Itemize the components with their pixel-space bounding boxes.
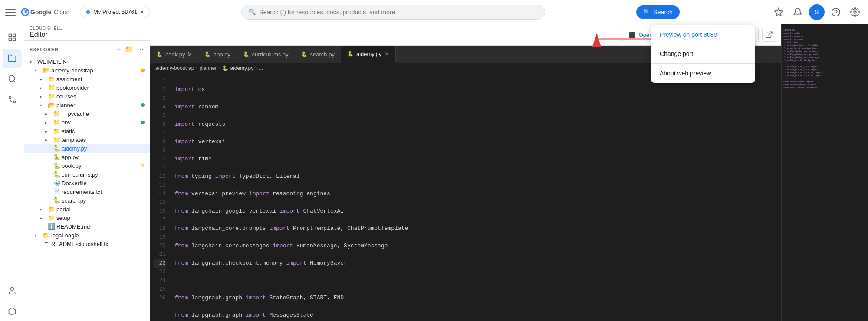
tree-item-requirements-txt[interactable]: ▸ 📄 requirements.txt bbox=[24, 187, 150, 196]
tree-item-templates[interactable]: ▸ 📁 templates bbox=[24, 135, 150, 144]
svg-point-13 bbox=[13, 101, 15, 103]
python-file-icon: 🐍 bbox=[53, 197, 60, 204]
tree-item-static[interactable]: ▸ 📁 static bbox=[24, 127, 150, 135]
tree-item-readme-md[interactable]: ▸ ℹ️ README.md bbox=[24, 222, 150, 231]
python-icon: 🐍 bbox=[156, 51, 163, 57]
python-file-icon: 🐍 bbox=[53, 171, 60, 178]
cloud-shell-label: CLOUD SHELL Editor bbox=[24, 24, 150, 41]
help-icon-button[interactable] bbox=[828, 4, 844, 20]
file-explorer: CLOUD SHELL Editor EXPLORER + 📁 ⋯ ▾ WEIM… bbox=[24, 24, 150, 321]
tree-item-book-py[interactable]: ▸ 🐍 book.py M bbox=[24, 161, 150, 170]
tree-item-env[interactable]: ▸ 📁 env bbox=[24, 118, 150, 127]
sidebar-extensions-button[interactable] bbox=[3, 302, 22, 321]
python-icon: 🐍 bbox=[204, 51, 211, 57]
breadcrumb-part-1: aidemy-boostrap bbox=[155, 65, 194, 71]
modified-indicator: M bbox=[188, 52, 192, 57]
sidebar-search-button[interactable] bbox=[3, 69, 22, 88]
tab-label: curriculums.py bbox=[252, 51, 289, 58]
new-folder-button[interactable]: 📁 bbox=[124, 44, 134, 54]
tab-curriculums-py[interactable]: 🐍 curriculums.py bbox=[237, 46, 295, 63]
tree-item-setup[interactable]: ▸ 📁 setup bbox=[24, 213, 150, 222]
explorer-more-button[interactable]: ⋯ bbox=[136, 44, 145, 54]
topbar-right: S bbox=[771, 4, 863, 20]
modified-badge-green bbox=[141, 103, 145, 107]
breadcrumb-part-2: planner bbox=[199, 65, 217, 71]
mini-preview: import os import random import requests … bbox=[781, 24, 868, 321]
sidebar-explorer-button[interactable] bbox=[3, 49, 22, 68]
explorer-title: EXPLORER bbox=[30, 47, 59, 52]
svg-marker-3 bbox=[775, 8, 783, 15]
folder-icon: 📁 bbox=[53, 136, 60, 143]
code-lines[interactable]: import os import random import requests … bbox=[171, 73, 781, 321]
tree-item-bookprovider[interactable]: ▸ 📁 bookprovider bbox=[24, 83, 150, 92]
settings-icon-button[interactable] bbox=[847, 4, 863, 20]
tree-item-assigment[interactable]: ▸ 📁 assigment bbox=[24, 75, 150, 83]
env-badge bbox=[141, 121, 145, 124]
tab-book-py[interactable]: 🐍 book.py M bbox=[150, 46, 198, 63]
open-new-window-button[interactable] bbox=[762, 28, 776, 42]
tree-item-pycache[interactable]: ▸ 📁 __pycache__ bbox=[24, 109, 150, 118]
notifications-icon-button[interactable] bbox=[790, 4, 806, 20]
dropdown-menu: Preview on port 8080 Change port About w… bbox=[651, 25, 755, 83]
svg-line-21 bbox=[769, 32, 772, 35]
folder-icon: 📂 bbox=[43, 67, 49, 74]
tab-label: book.py bbox=[165, 51, 185, 58]
folder-icon: 📁 bbox=[53, 128, 60, 134]
info-icon: ℹ️ bbox=[48, 223, 55, 230]
search-button[interactable]: 🔍 Search bbox=[636, 5, 679, 19]
hamburger-menu[interactable] bbox=[5, 7, 16, 17]
dropdown-item-preview-port[interactable]: Preview on port 8080 bbox=[651, 25, 755, 44]
tree-root: ▾ WEIMEILIN ▾ 📂 aidemy-boostrap ▸ 📁 assi… bbox=[24, 58, 150, 252]
python-file-icon: 🐍 bbox=[53, 162, 60, 169]
topbar: Google Cloud My Project 58761 ▾ 🔍 🔍 Sear… bbox=[0, 0, 868, 24]
tree-item-planner[interactable]: ▾ 📂 planner bbox=[24, 101, 150, 109]
sidebar-user-button[interactable] bbox=[3, 281, 22, 300]
svg-point-6 bbox=[854, 11, 856, 13]
folder-icon: 📁 bbox=[48, 93, 55, 100]
tree-item-curriculums-py[interactable]: ▸ 🐍 curriculums.py bbox=[24, 170, 150, 179]
tab-label: app.py bbox=[214, 51, 230, 58]
content-area: CLOUD SHELL Editor EXPLORER + 📁 ⋯ ▾ WEIM… bbox=[0, 24, 868, 321]
tree-item-legal-eagle[interactable]: ▸ 📁 legal-eagle bbox=[24, 231, 150, 239]
folder-icon: 📁 bbox=[48, 206, 55, 213]
text-file-icon: 📄 bbox=[53, 188, 60, 195]
tab-label: search.py bbox=[310, 51, 335, 58]
tree-item-aidemy-py[interactable]: ▸ 🐍 aidemy.py bbox=[24, 144, 150, 153]
tab-label: aidemy.py bbox=[356, 51, 381, 57]
svg-rect-8 bbox=[13, 34, 15, 37]
sidebar-files-button[interactable] bbox=[3, 28, 22, 47]
tree-root-label[interactable]: ▾ WEIMEILIN bbox=[24, 58, 150, 66]
new-file-button[interactable]: + bbox=[116, 44, 122, 54]
tree-item-search-py[interactable]: ▸ 🐍 search.py bbox=[24, 196, 150, 205]
folder-icon: 📁 bbox=[48, 214, 55, 221]
python-file-icon: 🐍 bbox=[53, 145, 60, 152]
cloud-shell-text: CLOUD SHELL bbox=[30, 26, 145, 31]
tab-close-button[interactable]: × bbox=[384, 50, 389, 57]
tab-search-py[interactable]: 🐍 search.py bbox=[295, 46, 341, 63]
dropdown-item-change-port[interactable]: Change port bbox=[651, 44, 755, 63]
dropdown-item-about-web-preview[interactable]: About web preview bbox=[651, 64, 755, 83]
tree-item-readme-cloudshell[interactable]: ▸ ≡ README-cloudshell.txt bbox=[24, 239, 150, 248]
tree-item-app-py[interactable]: ▸ 🐍 app.py bbox=[24, 153, 150, 161]
python-file-icon: 🐍 bbox=[53, 154, 60, 160]
tree-item-dockerfile[interactable]: ▸ 🐳 Dockerfile bbox=[24, 179, 150, 187]
tab-app-py[interactable]: 🐍 app.py bbox=[198, 46, 237, 63]
star-icon-button[interactable] bbox=[771, 4, 786, 20]
python-icon: 🐍 bbox=[301, 51, 308, 57]
search-input[interactable] bbox=[259, 9, 538, 16]
search-bar: 🔍 bbox=[241, 5, 545, 20]
tree-item-aidemy-boostrap[interactable]: ▾ 📂 aidemy-boostrap bbox=[24, 66, 150, 75]
svg-rect-10 bbox=[9, 38, 11, 41]
sidebar-icons bbox=[0, 24, 24, 321]
tab-aidemy-py[interactable]: 🐍 aidemy.py × bbox=[341, 46, 396, 63]
terminal-icon: ⬛ bbox=[628, 32, 635, 38]
user-avatar[interactable]: S bbox=[809, 4, 825, 20]
breadcrumb-icon-py: 🐍 bbox=[222, 65, 228, 71]
sidebar-git-button[interactable] bbox=[3, 90, 22, 109]
svg-point-14 bbox=[9, 97, 11, 99]
tree-item-portal[interactable]: ▸ 📁 portal bbox=[24, 205, 150, 213]
svg-line-12 bbox=[13, 81, 15, 82]
project-selector[interactable]: My Project 58761 ▾ bbox=[80, 6, 150, 18]
tree-item-courses[interactable]: ▸ 📁 courses bbox=[24, 92, 150, 101]
chevron-icon: ▾ bbox=[30, 59, 36, 64]
